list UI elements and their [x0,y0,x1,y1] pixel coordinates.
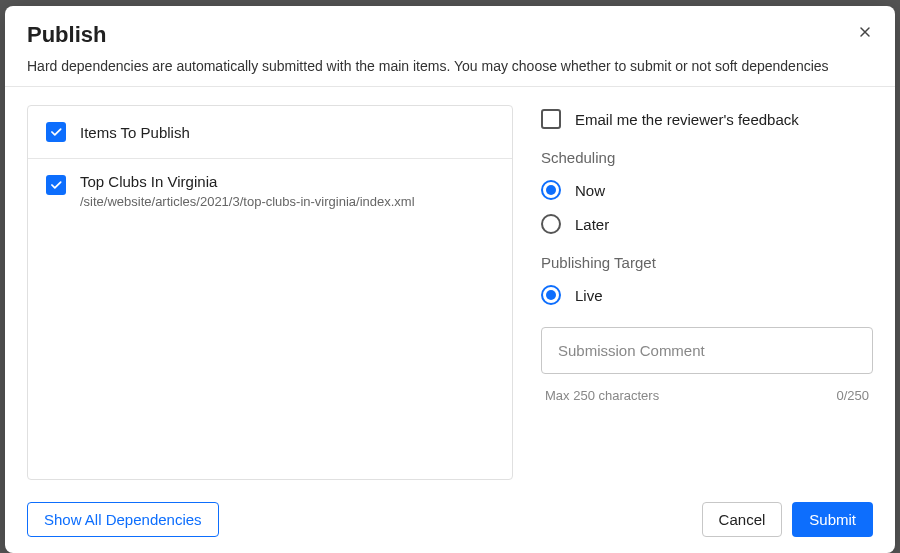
item-title: Top Clubs In Virginia [80,173,415,190]
select-all-checkbox[interactable] [46,122,66,142]
close-button[interactable] [853,20,877,44]
char-counter: 0/250 [836,388,869,403]
scheduling-later-label: Later [575,216,609,233]
dialog-body: Items To Publish Top Clubs In Virginia /… [5,87,895,490]
items-panel-header-label: Items To Publish [80,124,190,141]
item-checkbox[interactable] [46,175,66,195]
submit-button[interactable]: Submit [792,502,873,537]
char-counter-row: Max 250 characters 0/250 [541,388,873,403]
publish-dialog: Publish Hard dependencies are automatica… [5,6,895,553]
check-icon [49,125,63,139]
scheduling-section-label: Scheduling [541,149,873,166]
email-feedback-checkbox[interactable] [541,109,561,129]
publishing-target-section-label: Publishing Target [541,254,873,271]
list-item: Top Clubs In Virginia /site/website/arti… [28,159,512,223]
max-chars-label: Max 250 characters [545,388,659,403]
scheduling-now-label: Now [575,182,605,199]
email-feedback-option[interactable]: Email me the reviewer's feedback [541,109,873,129]
scheduling-later-radio[interactable] [541,214,561,234]
item-path: /site/website/articles/2021/3/top-clubs-… [80,194,415,209]
check-icon [49,178,63,192]
dialog-title: Publish [27,22,873,48]
email-feedback-label: Email me the reviewer's feedback [575,111,799,128]
items-panel-header: Items To Publish [28,106,512,159]
options-panel: Email me the reviewer's feedback Schedul… [541,105,873,480]
scheduling-later-option[interactable]: Later [541,214,873,234]
items-panel: Items To Publish Top Clubs In Virginia /… [27,105,513,480]
dialog-header: Publish Hard dependencies are automatica… [5,6,895,87]
submission-comment-input[interactable]: Submission Comment [541,327,873,374]
target-live-radio[interactable] [541,285,561,305]
show-dependencies-button[interactable]: Show All Dependencies [27,502,219,537]
comment-placeholder: Submission Comment [558,342,705,359]
target-live-label: Live [575,287,603,304]
scheduling-now-option[interactable]: Now [541,180,873,200]
dialog-subtitle: Hard dependencies are automatically subm… [27,58,873,74]
dialog-footer: Show All Dependencies Cancel Submit [5,490,895,553]
cancel-button[interactable]: Cancel [702,502,783,537]
target-live-option[interactable]: Live [541,285,873,305]
scheduling-now-radio[interactable] [541,180,561,200]
close-icon [857,24,873,40]
